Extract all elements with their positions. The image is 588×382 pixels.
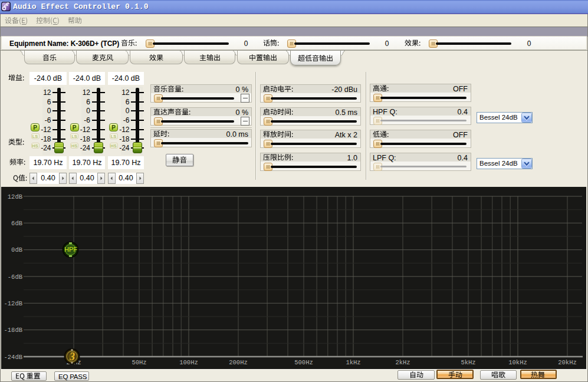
svg-text:5kHz: 5kHz xyxy=(461,359,475,366)
svg-text:10kHz: 10kHz xyxy=(508,359,527,366)
svg-text:12dB: 12dB xyxy=(8,193,22,200)
svg-text:-24dB: -24dB xyxy=(4,354,22,361)
svg-text:500Hz: 500Hz xyxy=(294,359,313,366)
svg-text:-6dB: -6dB xyxy=(8,274,22,281)
svg-text:100Hz: 100Hz xyxy=(179,359,198,366)
svg-text:-12dB: -12dB xyxy=(4,300,22,307)
svg-text:1kHz: 1kHz xyxy=(346,359,360,366)
svg-text:3: 3 xyxy=(69,351,75,363)
svg-text:2kHz: 2kHz xyxy=(395,359,410,366)
svg-text:50Hz: 50Hz xyxy=(132,359,146,366)
svg-text:0dB: 0dB xyxy=(11,246,22,253)
svg-text:HPF: HPF xyxy=(64,246,77,253)
svg-text:20kHz: 20kHz xyxy=(558,359,577,366)
svg-text:-18dB: -18dB xyxy=(4,327,22,334)
svg-text:6dB: 6dB xyxy=(11,220,22,227)
svg-text:200Hz: 200Hz xyxy=(229,359,248,366)
